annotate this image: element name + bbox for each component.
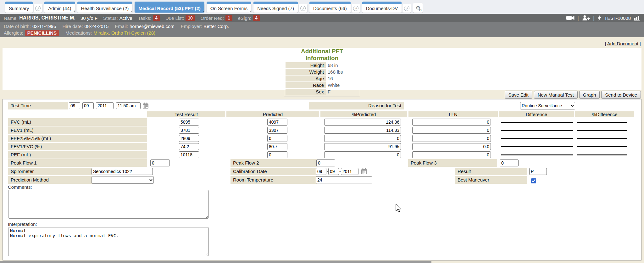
- reason-for-test-select[interactable]: Routine Surveillance: [520, 102, 575, 109]
- pft-info-panel: Additional PFT Information Height 68 in …: [3, 48, 641, 90]
- interpretation-textarea[interactable]: Normal Normal expiratory flows and a nor…: [8, 227, 209, 256]
- test-time-calendar-icon[interactable]: [142, 102, 149, 109]
- pct-predicted-input[interactable]: [324, 151, 401, 158]
- best-maneuver-label: Best Maneuver: [455, 176, 527, 184]
- order-req-label: Order Req:: [201, 15, 224, 21]
- test-result-input[interactable]: [179, 135, 199, 142]
- medications-value[interactable]: Miralax, Ortho Tri-Cyclen (28): [93, 30, 155, 36]
- pct-predicted-input[interactable]: [324, 135, 401, 142]
- tab-medical-record-pft[interactable]: Medical Record (53):PFT (2): [135, 4, 204, 13]
- lln-input[interactable]: [412, 127, 491, 134]
- test-table-row: PEF (mL): [3, 151, 641, 159]
- pft-info-value-age: 16: [326, 76, 333, 81]
- tab-menu-corner-icon: [73, 10, 75, 12]
- tab-popout-button[interactable]: ↗: [299, 4, 307, 13]
- popout-arrow-icon: ↗: [300, 6, 306, 11]
- predicted-input[interactable]: [267, 143, 287, 150]
- spirometer-input[interactable]: [92, 168, 153, 175]
- due-list-label: Due List:: [165, 15, 184, 21]
- dob-value: 03-11-1995: [32, 23, 56, 30]
- popout-arrow-icon: ↗: [404, 6, 409, 11]
- reason-for-test-label: Reason for Test: [309, 102, 404, 109]
- tab-admin[interactable]: Admin (44): [44, 4, 75, 13]
- calibration-month-input[interactable]: [316, 168, 326, 175]
- lln-input[interactable]: [412, 119, 491, 126]
- predicted-input[interactable]: [267, 151, 287, 158]
- test-table-row: FVC (mL): [3, 118, 641, 126]
- calibration-day-input[interactable]: [328, 168, 339, 175]
- tab-settings-button[interactable]: ⚙ ⚙: [413, 3, 423, 13]
- difference-line: [501, 138, 573, 139]
- pft-info-value-weight: 168 lbs: [326, 69, 343, 75]
- test-result-input[interactable]: [179, 151, 199, 158]
- lln-input[interactable]: [412, 151, 491, 158]
- tab-popout-button[interactable]: ↗: [402, 4, 411, 13]
- test-time-month-input[interactable]: [69, 102, 80, 109]
- tab-on-screen-forms[interactable]: On Screen Forms: [207, 4, 251, 13]
- best-maneuver-checkbox[interactable]: [531, 178, 536, 183]
- save-edit-button[interactable]: Save Edit: [505, 91, 532, 99]
- tab-documents-dv[interactable]: Documents-DV: [362, 4, 402, 13]
- hire-date-label: Hire date:: [63, 23, 83, 30]
- bar-chart-icon[interactable]: [634, 15, 640, 21]
- lightning-bolt-icon[interactable]: [597, 15, 601, 21]
- allergies-label: Allergies:: [4, 30, 23, 36]
- room-temperature-input[interactable]: [316, 176, 372, 183]
- new-manual-test-button[interactable]: New Manual Test: [534, 91, 578, 99]
- pct-predicted-input[interactable]: [324, 143, 401, 150]
- predicted-input[interactable]: [267, 127, 287, 134]
- test-result-input[interactable]: [179, 119, 199, 126]
- tab-health-surveillance[interactable]: Health Surveillance (2): [77, 4, 133, 13]
- esign-badge[interactable]: 4: [253, 15, 260, 21]
- tab-popout-button[interactable]: ↗: [34, 4, 42, 13]
- tab-needs-signed[interactable]: Needs Signed (7): [253, 4, 298, 13]
- predicted-input[interactable]: [267, 135, 287, 142]
- add-document-row: | Add Document |: [605, 41, 641, 46]
- peak-flow-2-input[interactable]: [316, 159, 335, 166]
- add-person-icon[interactable]: [582, 15, 590, 21]
- result-input[interactable]: [529, 168, 547, 175]
- comments-textarea[interactable]: [8, 190, 209, 219]
- employer-value: Better Corp.: [203, 23, 229, 30]
- add-document-link[interactable]: Add Document: [607, 41, 638, 46]
- test-result-input[interactable]: [179, 143, 199, 150]
- date-dash: -: [339, 169, 341, 174]
- test-time-time-input[interactable]: [116, 102, 141, 109]
- lln-input[interactable]: [412, 143, 491, 150]
- allergy-badge[interactable]: PENICILLINS: [25, 30, 59, 36]
- spirometer-label: Spirometer: [8, 168, 92, 175]
- room-temperature-label: Room Temperature: [230, 176, 317, 184]
- calibration-calendar-icon[interactable]: [361, 168, 368, 175]
- test-time-label: Test Time: [8, 102, 68, 109]
- pct-difference-line: [577, 146, 627, 147]
- peak-flow-3-input[interactable]: [500, 159, 519, 166]
- prediction-method-select[interactable]: [92, 176, 154, 184]
- due-list-badge[interactable]: 10: [186, 15, 195, 21]
- send-to-device-button[interactable]: Send to Device: [601, 91, 641, 99]
- lln-input[interactable]: [412, 135, 491, 142]
- pct-predicted-input[interactable]: [324, 119, 401, 126]
- name-label: Name:: [4, 15, 18, 21]
- test-time-day-input[interactable]: [82, 102, 94, 109]
- peak-flow-1-label: Peak Flow 1: [8, 159, 147, 167]
- graph-button[interactable]: Graph: [579, 91, 600, 99]
- peak-flow-3-label: Peak Flow 3: [408, 159, 497, 167]
- test-time-year-input[interactable]: [96, 102, 114, 109]
- tab-popout-button[interactable]: ↗: [352, 4, 360, 13]
- video-camera-icon[interactable]: [566, 15, 575, 20]
- tab-documents[interactable]: Documents (66): [309, 4, 351, 13]
- column-header-difference: Difference: [499, 111, 574, 117]
- tasks-badge[interactable]: 4: [153, 15, 160, 21]
- peak-flow-1-input[interactable]: [150, 159, 170, 166]
- tabs-container: Summary ↗ Admin (44) Health Surveillance…: [5, 4, 413, 14]
- order-req-badge[interactable]: 1: [225, 15, 232, 21]
- tab-menu-corner-icon: [202, 10, 204, 12]
- calibration-year-input[interactable]: [341, 168, 358, 175]
- predicted-input[interactable]: [267, 119, 287, 126]
- date-dash: -: [94, 103, 96, 108]
- pct-predicted-input[interactable]: [324, 127, 401, 134]
- horizontal-scrollbar-thumb[interactable]: [0, 261, 431, 263]
- pft-medical-record-page: Summary ↗ Admin (44) Health Surveillance…: [0, 0, 644, 263]
- tab-summary[interactable]: Summary: [5, 4, 33, 13]
- test-result-input[interactable]: [179, 127, 199, 134]
